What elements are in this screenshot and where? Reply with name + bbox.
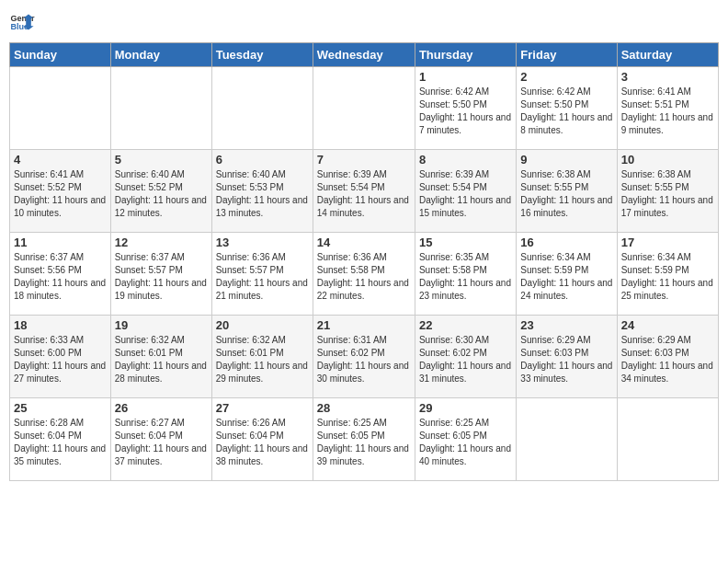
calendar-week-row: 18Sunrise: 6:33 AMSunset: 6:00 PMDayligh…: [10, 316, 719, 398]
day-number: 20: [216, 318, 309, 332]
header: General Blue: [9, 9, 719, 35]
day-info: Sunrise: 6:34 AMSunset: 5:59 PMDaylight:…: [621, 251, 714, 303]
day-info: Sunrise: 6:28 AMSunset: 6:04 PMDaylight:…: [14, 417, 107, 468]
day-info: Sunrise: 6:40 AMSunset: 5:53 PMDaylight:…: [216, 168, 309, 220]
day-info: Sunrise: 6:42 AMSunset: 5:50 PMDaylight:…: [520, 86, 612, 137]
calendar-day-cell: 2Sunrise: 6:42 AMSunset: 5:50 PMDaylight…: [517, 67, 617, 150]
day-number: 16: [520, 236, 612, 249]
day-of-week-header: Friday: [517, 43, 617, 67]
day-number: 2: [520, 70, 612, 84]
calendar-day-cell: 11Sunrise: 6:37 AMSunset: 5:56 PMDayligh…: [10, 233, 111, 316]
day-of-week-header: Tuesday: [211, 43, 313, 67]
day-number: 3: [621, 70, 714, 84]
day-info: Sunrise: 6:41 AMSunset: 5:52 PMDaylight:…: [14, 168, 107, 220]
calendar-day-cell: 14Sunrise: 6:36 AMSunset: 5:58 PMDayligh…: [313, 233, 415, 316]
calendar-day-cell: 7Sunrise: 6:39 AMSunset: 5:54 PMDaylight…: [313, 150, 415, 233]
calendar-day-cell: 23Sunrise: 6:29 AMSunset: 6:03 PMDayligh…: [517, 316, 617, 398]
calendar-day-cell: 17Sunrise: 6:34 AMSunset: 5:59 PMDayligh…: [617, 233, 718, 316]
day-info: Sunrise: 6:41 AMSunset: 5:51 PMDaylight:…: [621, 86, 714, 137]
calendar-day-cell: 18Sunrise: 6:33 AMSunset: 6:00 PMDayligh…: [10, 316, 111, 398]
day-number: 12: [115, 236, 208, 249]
day-number: 13: [216, 236, 309, 249]
day-number: 24: [621, 318, 714, 332]
calendar-day-cell: 24Sunrise: 6:29 AMSunset: 6:03 PMDayligh…: [617, 316, 718, 398]
day-number: 28: [317, 401, 411, 415]
calendar-day-cell: 25Sunrise: 6:28 AMSunset: 6:04 PMDayligh…: [10, 398, 111, 481]
day-number: 26: [115, 401, 208, 415]
calendar-week-row: 25Sunrise: 6:28 AMSunset: 6:04 PMDayligh…: [10, 398, 719, 481]
calendar-day-cell: 10Sunrise: 6:38 AMSunset: 5:55 PMDayligh…: [617, 150, 718, 233]
day-info: Sunrise: 6:31 AMSunset: 6:02 PMDaylight:…: [317, 334, 411, 385]
calendar-week-row: 4Sunrise: 6:41 AMSunset: 5:52 PMDaylight…: [10, 150, 719, 233]
calendar-day-cell: 9Sunrise: 6:38 AMSunset: 5:55 PMDaylight…: [517, 150, 617, 233]
day-info: Sunrise: 6:25 AMSunset: 6:05 PMDaylight:…: [419, 417, 512, 468]
day-number: 17: [621, 236, 714, 249]
day-info: Sunrise: 6:30 AMSunset: 6:02 PMDaylight:…: [419, 334, 512, 385]
calendar-day-cell: 26Sunrise: 6:27 AMSunset: 6:04 PMDayligh…: [110, 398, 211, 481]
day-info: Sunrise: 6:42 AMSunset: 5:50 PMDaylight:…: [419, 86, 512, 137]
calendar-day-cell: [110, 67, 211, 150]
day-info: Sunrise: 6:40 AMSunset: 5:52 PMDaylight:…: [115, 168, 208, 220]
day-info: Sunrise: 6:38 AMSunset: 5:55 PMDaylight:…: [621, 168, 714, 220]
calendar-day-cell: 29Sunrise: 6:25 AMSunset: 6:05 PMDayligh…: [415, 398, 516, 481]
calendar-header-row: SundayMondayTuesdayWednesdayThursdayFrid…: [10, 43, 719, 67]
day-of-week-header: Thursday: [415, 43, 516, 67]
calendar-week-row: 11Sunrise: 6:37 AMSunset: 5:56 PMDayligh…: [10, 233, 719, 316]
day-number: 9: [520, 153, 612, 167]
calendar-day-cell: 6Sunrise: 6:40 AMSunset: 5:53 PMDaylight…: [211, 150, 313, 233]
day-info: Sunrise: 6:36 AMSunset: 5:57 PMDaylight:…: [216, 251, 309, 303]
day-info: Sunrise: 6:37 AMSunset: 5:57 PMDaylight:…: [115, 251, 208, 303]
day-info: Sunrise: 6:32 AMSunset: 6:01 PMDaylight:…: [115, 334, 208, 385]
day-info: Sunrise: 6:39 AMSunset: 5:54 PMDaylight:…: [317, 168, 411, 220]
calendar-day-cell: 5Sunrise: 6:40 AMSunset: 5:52 PMDaylight…: [110, 150, 211, 233]
day-number: 4: [14, 153, 107, 167]
calendar-day-cell: 20Sunrise: 6:32 AMSunset: 6:01 PMDayligh…: [211, 316, 313, 398]
day-info: Sunrise: 6:38 AMSunset: 5:55 PMDaylight:…: [520, 168, 612, 220]
day-number: 18: [14, 318, 107, 332]
day-info: Sunrise: 6:39 AMSunset: 5:54 PMDaylight:…: [419, 168, 512, 220]
calendar-day-cell: 12Sunrise: 6:37 AMSunset: 5:57 PMDayligh…: [110, 233, 211, 316]
day-info: Sunrise: 6:29 AMSunset: 6:03 PMDaylight:…: [520, 334, 612, 385]
day-info: Sunrise: 6:35 AMSunset: 5:58 PMDaylight:…: [419, 251, 512, 303]
day-number: 15: [419, 236, 512, 249]
calendar-day-cell: 19Sunrise: 6:32 AMSunset: 6:01 PMDayligh…: [110, 316, 211, 398]
day-info: Sunrise: 6:36 AMSunset: 5:58 PMDaylight:…: [317, 251, 411, 303]
day-number: 19: [115, 318, 208, 332]
calendar-table: SundayMondayTuesdayWednesdayThursdayFrid…: [9, 42, 719, 481]
calendar-day-cell: [517, 398, 617, 481]
calendar-day-cell: 13Sunrise: 6:36 AMSunset: 5:57 PMDayligh…: [211, 233, 313, 316]
day-number: 25: [14, 401, 107, 415]
day-number: 21: [317, 318, 411, 332]
day-number: 11: [14, 236, 107, 249]
day-number: 1: [419, 70, 512, 84]
day-number: 22: [419, 318, 512, 332]
day-info: Sunrise: 6:33 AMSunset: 6:00 PMDaylight:…: [14, 334, 107, 385]
day-number: 7: [317, 153, 411, 167]
calendar-day-cell: 21Sunrise: 6:31 AMSunset: 6:02 PMDayligh…: [313, 316, 415, 398]
calendar-day-cell: [10, 67, 111, 150]
calendar-day-cell: 8Sunrise: 6:39 AMSunset: 5:54 PMDaylight…: [415, 150, 516, 233]
logo-icon: General Blue: [9, 9, 35, 35]
day-number: 23: [520, 318, 612, 332]
logo: General Blue: [9, 9, 35, 35]
day-info: Sunrise: 6:37 AMSunset: 5:56 PMDaylight:…: [14, 251, 107, 303]
day-number: 10: [621, 153, 714, 167]
calendar-day-cell: 3Sunrise: 6:41 AMSunset: 5:51 PMDaylight…: [617, 67, 718, 150]
calendar-day-cell: 4Sunrise: 6:41 AMSunset: 5:52 PMDaylight…: [10, 150, 111, 233]
calendar-day-cell: [313, 67, 415, 150]
day-info: Sunrise: 6:32 AMSunset: 6:01 PMDaylight:…: [216, 334, 309, 385]
calendar-day-cell: 22Sunrise: 6:30 AMSunset: 6:02 PMDayligh…: [415, 316, 516, 398]
day-number: 6: [216, 153, 309, 167]
day-info: Sunrise: 6:27 AMSunset: 6:04 PMDaylight:…: [115, 417, 208, 468]
day-number: 5: [115, 153, 208, 167]
calendar-day-cell: [211, 67, 313, 150]
day-info: Sunrise: 6:26 AMSunset: 6:04 PMDaylight:…: [216, 417, 309, 468]
day-info: Sunrise: 6:34 AMSunset: 5:59 PMDaylight:…: [520, 251, 612, 303]
calendar-day-cell: 1Sunrise: 6:42 AMSunset: 5:50 PMDaylight…: [415, 67, 516, 150]
day-of-week-header: Sunday: [10, 43, 111, 67]
calendar-week-row: 1Sunrise: 6:42 AMSunset: 5:50 PMDaylight…: [10, 67, 719, 150]
calendar-day-cell: 28Sunrise: 6:25 AMSunset: 6:05 PMDayligh…: [313, 398, 415, 481]
day-of-week-header: Saturday: [617, 43, 718, 67]
day-number: 14: [317, 236, 411, 249]
calendar-day-cell: [617, 398, 718, 481]
